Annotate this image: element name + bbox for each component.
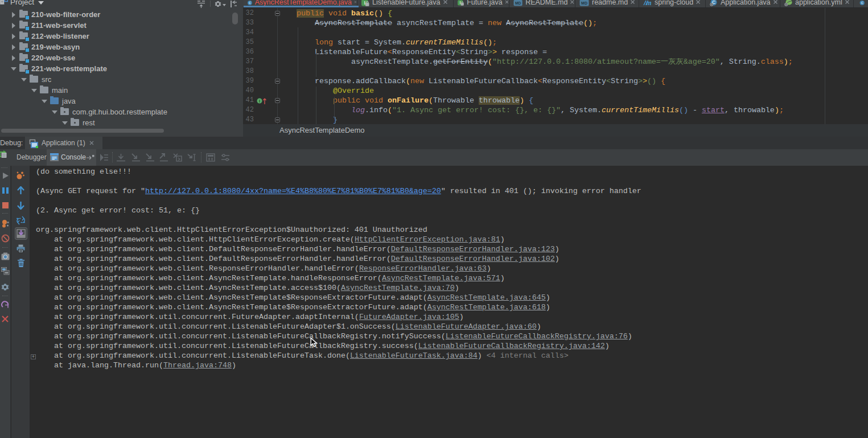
- svg-text:C: C: [861, 1, 863, 5]
- svg-text:MD: MD: [581, 1, 587, 5]
- svg-text:I: I: [460, 0, 461, 5]
- svg-text:I: I: [364, 0, 365, 6]
- svg-text:m: m: [646, 0, 651, 6]
- svg-text:C: C: [249, 1, 251, 4]
- svg-text:I: I: [259, 99, 260, 103]
- svg-text:MD: MD: [515, 1, 521, 5]
